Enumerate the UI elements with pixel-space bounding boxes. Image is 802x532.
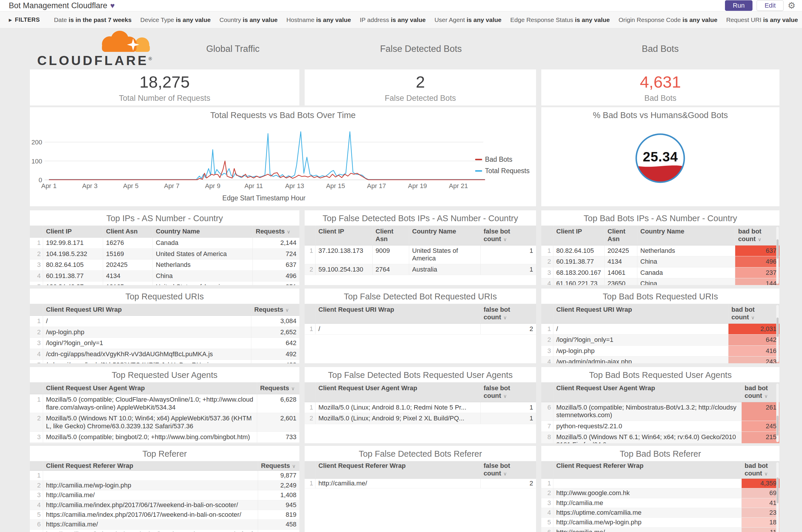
cell[interactable]: /: [315, 324, 480, 334]
legend-item-total-requests[interactable]: Total Requests: [475, 167, 530, 175]
cell[interactable]: Mozilla/5.0 (Linux; Android 8.1.0; Redmi…: [315, 402, 480, 413]
filter-item-date[interactable]: Date is in the past 7 weeks: [54, 16, 132, 23]
cell[interactable]: /login/?login_only=1: [43, 338, 251, 348]
cell-count[interactable]: 2,249: [258, 481, 299, 490]
cell-count[interactable]: 483: [251, 360, 299, 363]
cell[interactable]: Netherlands: [153, 260, 252, 270]
column-header-country-name[interactable]: Country Name: [153, 226, 252, 237]
cell[interactable]: https://uptime.com/camilia.me: [553, 508, 741, 517]
table-row[interactable]: 2http://camilia.me/wp-login.php2,249: [30, 481, 299, 490]
filter-item-origin-response-code[interactable]: Origin Response Code is any value: [619, 16, 717, 23]
table-row[interactable]: 380.82.64.105202425Netherlands637: [30, 260, 299, 270]
table-row[interactable]: 1Mozilla/5.0 (compatible; CloudFlare-Alw…: [30, 394, 299, 413]
cell-count[interactable]: 945: [258, 500, 299, 510]
cell-count[interactable]: 1: [480, 413, 536, 424]
cell-count[interactable]: 458: [258, 520, 299, 529]
cell-count[interactable]: 261: [741, 402, 780, 421]
table-row[interactable]: 260.191.38.774134China496: [541, 256, 780, 267]
table-row[interactable]: 4/cdn-cgi/apps/head/xVgyKhR-vV3dAUGhMqfB…: [30, 349, 299, 360]
cell-count[interactable]: 819: [258, 510, 299, 519]
column-header-false-bot-count[interactable]: false bot count∨: [480, 461, 536, 478]
cell[interactable]: Canada: [153, 238, 252, 248]
cell[interactable]: China: [153, 271, 252, 281]
filter-item-country[interactable]: Country is any value: [219, 16, 278, 23]
cell-count[interactable]: 69: [741, 488, 780, 498]
table-row[interactable]: 460.191.38.774134China496: [30, 271, 299, 282]
cell[interactable]: 202425: [604, 246, 637, 256]
line-chart[interactable]: 0100200Apr 1Apr 3Apr 5Apr 7Apr 9Apr 11Ap…: [30, 122, 536, 205]
cell[interactable]: /: [553, 324, 728, 334]
cell-count[interactable]: 2: [480, 479, 536, 488]
table-row[interactable]: 3Mozilla/5.0 (compatible; bingbot/2.0; +…: [30, 432, 299, 443]
table-row[interactable]: 14,359: [541, 479, 780, 488]
scrollbar[interactable]: [776, 383, 779, 442]
cell[interactable]: 104.198.5.232: [43, 249, 103, 259]
cell-count[interactable]: 3,084: [251, 316, 299, 326]
cell[interactable]: 15169: [103, 249, 153, 259]
column-header-bad-bot-count[interactable]: bad bot count∨: [741, 461, 780, 478]
cell[interactable]: [553, 479, 741, 488]
cell-count[interactable]: 1,408: [258, 490, 299, 500]
table-row[interactable]: 6Mozilla/5.0 (compatible; Nimbostratus-B…: [541, 402, 780, 421]
cell[interactable]: 59.100.254.130: [315, 264, 372, 275]
cell[interactable]: 9009: [372, 246, 409, 264]
column-header-bad-bot-count[interactable]: bad bot count∨: [728, 304, 780, 323]
cell-count[interactable]: 724: [252, 249, 299, 259]
cell-count[interactable]: 642: [251, 338, 299, 348]
column-header-bad-bot-count[interactable]: bad bot count∨: [741, 382, 780, 402]
column-header-country-name[interactable]: Country Name: [409, 226, 480, 245]
column-header-client-request-uri-wrap[interactable]: Client Request URI Wrap: [315, 304, 480, 323]
table-row[interactable]: 4http://camilia.me/index.php/2017/06/17/…: [30, 500, 299, 510]
cell[interactable]: http://camilia.me/wp-login.php: [553, 518, 741, 527]
cell[interactable]: 23650: [604, 278, 637, 285]
cell[interactable]: Australia: [409, 264, 480, 275]
cell-count[interactable]: 2,601: [257, 413, 299, 432]
column-header-client-ip[interactable]: Client IP: [553, 226, 604, 245]
cell-count[interactable]: 733: [257, 432, 299, 442]
column-header-requests[interactable]: Requests∨: [252, 226, 299, 237]
cell[interactable]: Mozilla/5.0 (compatible; CloudFlare-Alwa…: [43, 394, 257, 413]
series-total-requests[interactable]: [49, 132, 485, 179]
cell[interactable]: Mozilla/5.0 (Windows NT 10.0; Win64; x64…: [43, 413, 257, 432]
sort-desc-icon[interactable]: ∨: [285, 307, 289, 313]
table-row[interactable]: 2Mozilla/5.0 (Windows NT 10.0; Win64; x6…: [30, 413, 299, 432]
cell-count[interactable]: 237: [735, 267, 780, 278]
cell[interactable]: Mozilla/5.0 (Windows NT 6.1; Win64; x64;…: [553, 432, 741, 443]
filter-item-device-type[interactable]: Device Type is any value: [140, 16, 211, 23]
table-row[interactable]: 3http://camilia.me/1,408: [30, 490, 299, 500]
cell[interactable]: http://camilia.me/: [315, 479, 480, 488]
sort-desc-icon[interactable]: ∨: [503, 394, 507, 399]
sort-desc-icon[interactable]: ∨: [503, 471, 507, 477]
table-row[interactable]: 5https://camilia.me/index.php/2017/06/17…: [30, 510, 299, 520]
cell-count[interactable]: 144: [735, 278, 780, 285]
cell-count[interactable]: 492: [251, 349, 299, 359]
cell-count[interactable]: 9,877: [258, 471, 299, 480]
cell[interactable]: 68.183.200.167: [553, 267, 604, 278]
sort-desc-icon[interactable]: ∨: [764, 394, 768, 399]
cell[interactable]: http://camilia.me/index.php/2017/06/17/w…: [43, 500, 258, 510]
table-row[interactable]: 2/wp-login.php2,652: [30, 327, 299, 338]
cell[interactable]: [43, 471, 258, 480]
cell[interactable]: 19165: [103, 282, 153, 285]
filter-item-edge-response-status[interactable]: Edge Response Status is any value: [510, 16, 610, 23]
run-button[interactable]: Run: [725, 0, 752, 11]
column-header-client-request-user-agent-wrap[interactable]: Client Request User Agent Wrap: [315, 382, 480, 402]
table-row[interactable]: 1/3,084: [30, 316, 299, 327]
cell[interactable]: 61.160.221.73: [553, 278, 604, 285]
table-row[interactable]: 259.100.254.1302764Australia1: [305, 264, 536, 275]
table-row[interactable]: 2/login/?login_only=1642: [541, 335, 780, 345]
cell-count[interactable]: 496: [735, 256, 780, 267]
column-header-client-ip[interactable]: Client IP: [315, 226, 372, 245]
cell-count[interactable]: 2,031: [728, 324, 780, 334]
cell-count[interactable]: 18: [741, 518, 780, 527]
cell[interactable]: 4134: [604, 256, 637, 267]
cell[interactable]: 192.99.8.171: [43, 238, 103, 248]
column-header-requests[interactable]: Requests∨: [258, 461, 299, 471]
column-header-client-asn[interactable]: Client Asn: [103, 226, 153, 237]
filter-item-request-uri[interactable]: Request URI is any value: [726, 16, 798, 23]
table-row[interactable]: 1/2: [305, 324, 536, 335]
cell[interactable]: /cdn-cgi/apps/body/3Lh52SjWTQ4HRlErJykHq…: [43, 360, 251, 363]
cell-count[interactable]: 637: [252, 260, 299, 270]
column-header-client-request-uri-wrap[interactable]: Client Request URI Wrap: [43, 304, 251, 316]
cell[interactable]: python-requests/2.21.0: [553, 421, 741, 432]
